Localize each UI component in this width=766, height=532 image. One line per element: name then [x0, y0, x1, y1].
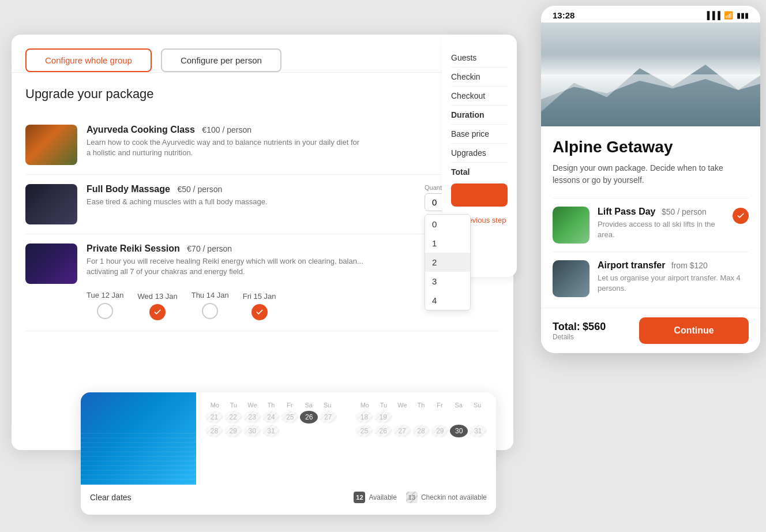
pkg-info-cooking: Ayurveda Cooking Class €100 / person Lea…	[87, 125, 472, 158]
cal-day2-19[interactable]: 19	[374, 411, 392, 424]
upgrade-title: Upgrade your package	[25, 87, 500, 102]
mobile-continue-button[interactable]: Continue	[639, 317, 749, 344]
cal-day2-25[interactable]: 25	[355, 425, 373, 437]
wifi-icon: 📶	[724, 11, 733, 20]
days-header-1: MoTuWeThFrSaSu	[205, 402, 337, 409]
cal-day2-e1	[393, 411, 411, 424]
mobile-total: Total: $560 Details	[553, 321, 630, 341]
calendar-panel: MoTuWeThFrSaSu 21 22 23 24 25 26 27 28 2…	[81, 392, 496, 515]
mobile-pkg-img-airport	[553, 260, 589, 297]
cal-day-31[interactable]: 31	[262, 425, 280, 437]
date-radio-fri[interactable]	[251, 304, 268, 320]
mobile-pkg-name-lift: Lift Pass Day	[598, 207, 655, 216]
mobile-hero-image	[541, 23, 760, 126]
cal-day-25[interactable]: 25	[281, 411, 299, 424]
summary-total-bar[interactable]	[451, 183, 508, 207]
mobile-pkg-price-lift: $50 / person	[662, 207, 707, 216]
mobile-footer: Total: $560 Details Continue	[541, 308, 760, 353]
cal-day2-e4	[450, 411, 468, 424]
cal-day-23[interactable]: 23	[243, 411, 261, 424]
mobile-status-bar: 13:28 ▐▐▐ 📶 ▮▮▮	[541, 6, 760, 23]
mobile-panel: 13:28 ▐▐▐ 📶 ▮▮▮ Alpine Getaway Design yo…	[541, 6, 760, 353]
mobile-pkg-lift: Lift Pass Day $50 / person Provides acce…	[553, 198, 749, 252]
water-texture	[81, 429, 196, 485]
tab-bar: Configure whole group Configure per pers…	[12, 35, 513, 73]
cal-day2-29[interactable]: 29	[431, 425, 449, 437]
configure-per-person-tab[interactable]: Configure per person	[161, 48, 281, 72]
mobile-total-amount: $560	[583, 321, 606, 332]
mobile-pkg-desc-airport: Let us organise your airport transfer. M…	[598, 273, 749, 294]
mobile-details-link[interactable]: Details	[553, 333, 630, 341]
date-label-wed: Wed 13 Jan	[138, 292, 178, 301]
clear-dates-button[interactable]: Clear dates	[90, 493, 132, 502]
qty-option-1[interactable]: 1	[425, 234, 470, 253]
summary-checkout[interactable]: Checkout	[451, 87, 508, 106]
date-label-thu: Thu 14 Jan	[191, 291, 229, 299]
summary-baseprice[interactable]: Base price	[451, 125, 508, 144]
date-radio-tue[interactable]	[97, 303, 113, 319]
qty-option-2[interactable]: 2	[425, 253, 470, 272]
mobile-pkg-img-lift	[553, 207, 589, 243]
cal-day-26-selected[interactable]: 26	[300, 411, 318, 424]
calendar-grid: MoTuWeThFrSaSu 21 22 23 24 25 26 27 28 2…	[196, 392, 496, 485]
mobile-body: Alpine Getaway Design your own package. …	[541, 126, 760, 305]
pkg-name-massage: Full Body Massage	[87, 184, 170, 194]
cal-day-29[interactable]: 29	[224, 425, 242, 437]
qty-option-3[interactable]: 3	[425, 272, 470, 291]
mobile-time: 13:28	[553, 10, 574, 20]
pkg-img-reiki	[25, 243, 77, 284]
calendar-months-row: MoTuWeThFrSaSu 21 22 23 24 25 26 27 28 2…	[205, 402, 487, 437]
cal-day-21[interactable]: 21	[205, 411, 223, 424]
mobile-check-lift[interactable]	[733, 208, 749, 224]
calendar-legend: 12 Available 13 Checkin not available	[354, 492, 487, 503]
quantity-dropdown-open: 0 1 2 3 4	[425, 214, 471, 310]
cal-day2-31[interactable]: 31	[469, 425, 487, 437]
cal-day2-e5	[469, 411, 487, 424]
date-col-thu: Thu 14 Jan	[191, 291, 229, 321]
date-col-fri: Fri 15 Jan	[243, 292, 276, 320]
pkg-item-massage: Full Body Massage €50 / person Ease tire…	[25, 175, 500, 234]
mobile-total-row: Total: $560	[553, 321, 630, 333]
summary-guests[interactable]: Guests	[451, 48, 508, 68]
cal-days-1: 21 22 23 24 25 26 27 28 29 30 31	[205, 411, 337, 437]
qty-option-4[interactable]: 4	[425, 291, 470, 310]
cal-day-22[interactable]: 22	[224, 411, 242, 424]
calendar-inner: MoTuWeThFrSaSu 21 22 23 24 25 26 27 28 2…	[81, 392, 496, 485]
cal-day-24[interactable]: 24	[262, 411, 280, 424]
panel-content: Upgrade your package Ayurveda Cooking Cl…	[12, 73, 513, 331]
legend-dot-available: 12	[354, 492, 365, 503]
mobile-pkg-name-airport: Airport transfer	[598, 260, 665, 270]
calendar-footer: Clear dates 12 Available 13 Checkin not …	[81, 485, 496, 503]
cal-day2-28[interactable]: 28	[412, 425, 430, 437]
legend-checkin-label: Checkin not available	[421, 493, 487, 501]
cal-day-30[interactable]: 30	[243, 425, 261, 437]
qty-option-0[interactable]: 0	[425, 215, 470, 234]
mobile-title: Alpine Getaway	[553, 138, 749, 156]
cal-day2-18[interactable]: 18	[355, 411, 373, 424]
date-label-tue: Tue 12 Jan	[87, 291, 124, 299]
cal-day-27[interactable]: 27	[319, 411, 337, 424]
pkg-desc-cooking: Learn how to cook the Ayurvedic way and …	[87, 137, 363, 158]
days-header-2: MoTuWeThFrSaSu	[355, 402, 487, 409]
date-radio-wed[interactable]	[149, 304, 166, 320]
summary-upgrades[interactable]: Upgrades	[451, 144, 508, 163]
date-row: Tue 12 Jan Wed 13 Jan Thu 14 Jan	[25, 291, 276, 321]
calendar-side-image	[81, 392, 196, 485]
mobile-pkg-desc-lift: Provides access to all ski lifts in the …	[598, 219, 728, 240]
pkg-price-cooking: €100 / person	[202, 125, 251, 134]
calendar-month-1: MoTuWeThFrSaSu 21 22 23 24 25 26 27 28 2…	[205, 402, 337, 437]
mobile-pkg-airport: Airport transfer from $120 Let us organi…	[553, 252, 749, 305]
pkg-desc-massage: Ease tired & aching muscles with a full …	[87, 197, 363, 207]
summary-total-label: Total	[451, 167, 508, 177]
cal-day2-30-selected[interactable]: 30	[450, 425, 468, 437]
cal-day2-e3	[431, 411, 449, 424]
cal-day2-26[interactable]: 26	[374, 425, 392, 437]
configure-whole-group-tab[interactable]: Configure whole group	[25, 48, 152, 72]
pkg-img-massage	[25, 184, 77, 224]
cal-day-28[interactable]: 28	[205, 425, 223, 437]
summary-duration[interactable]: Duration	[451, 106, 508, 125]
signal-icon: ▐▐▐	[704, 11, 720, 20]
cal-day2-27[interactable]: 27	[393, 425, 411, 437]
summary-checkin[interactable]: Checkin	[451, 68, 508, 87]
date-radio-thu[interactable]	[202, 303, 218, 319]
